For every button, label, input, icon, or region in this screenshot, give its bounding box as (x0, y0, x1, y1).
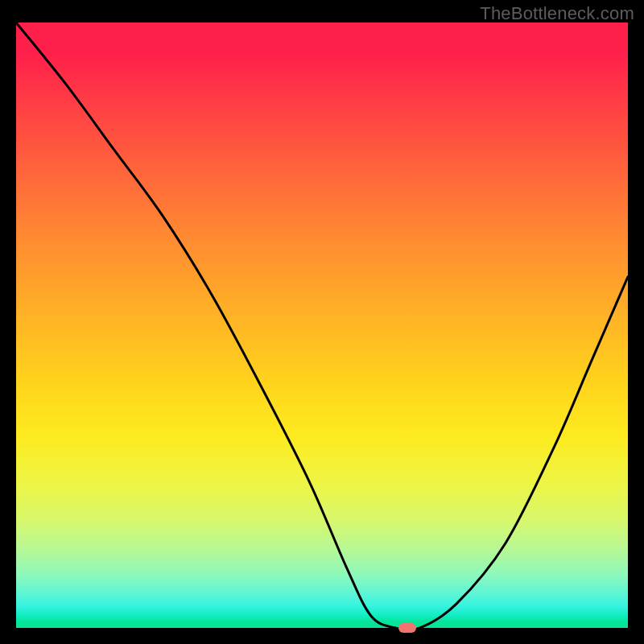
optimal-point-marker (398, 623, 416, 633)
bottleneck-curve (16, 23, 628, 628)
curve-path (16, 23, 628, 628)
watermark-text: TheBottleneck.com (480, 3, 634, 24)
chart-frame: TheBottleneck.com (0, 0, 644, 644)
plot-area (16, 23, 628, 628)
